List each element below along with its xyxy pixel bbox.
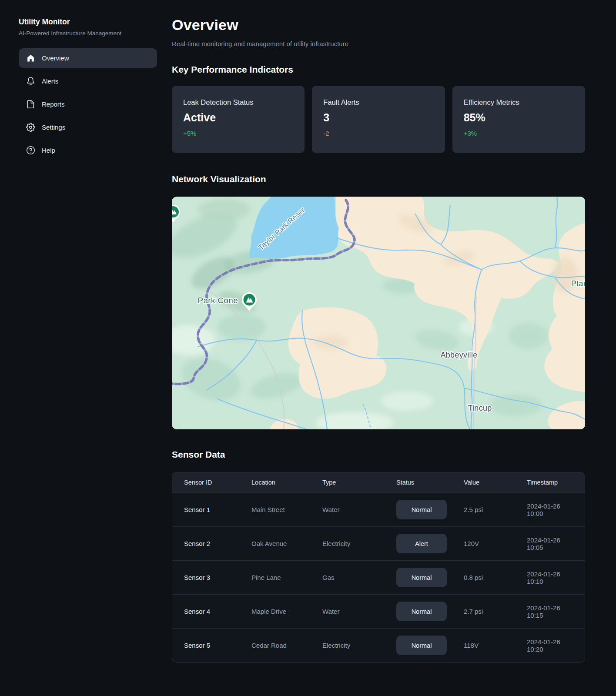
sidebar-item-overview[interactable]: Overview bbox=[19, 48, 157, 68]
home-icon bbox=[26, 54, 35, 63]
cell-location: Main Street bbox=[251, 506, 322, 513]
cell-value: 118V bbox=[464, 642, 527, 649]
bell-icon bbox=[26, 77, 35, 86]
cell-type: Electricity bbox=[322, 540, 396, 547]
column-header-value: Value bbox=[464, 479, 527, 486]
table-row: Sensor 4 Maple Drive Water Normal 2.7 ps… bbox=[172, 594, 585, 628]
cell-type: Electricity bbox=[322, 642, 396, 649]
table-section-title: Sensor Data bbox=[172, 449, 585, 460]
kpi-label: Leak Detection Status bbox=[183, 98, 293, 107]
app-title: Utility Monitor bbox=[19, 17, 157, 27]
status-badge: Alert bbox=[396, 534, 447, 553]
cell-timestamp: 2024-01-26 10:20 bbox=[527, 638, 573, 653]
kpi-value: 3 bbox=[323, 111, 433, 124]
document-icon bbox=[26, 100, 35, 109]
column-header-status: Status bbox=[396, 479, 464, 486]
sidebar-nav: Overview Alerts Reports Settings Help bbox=[19, 48, 157, 160]
sidebar-item-label: Settings bbox=[42, 124, 65, 131]
sidebar-item-label: Alerts bbox=[42, 77, 58, 85]
page-subtitle: Real-time monitoring and management of u… bbox=[172, 40, 585, 47]
page-title: Overview bbox=[172, 17, 585, 33]
kpi-delta: +5% bbox=[183, 130, 293, 137]
cell-type: Gas bbox=[322, 574, 396, 581]
cell-value: 120V bbox=[464, 540, 527, 547]
app-brand: Utility Monitor AI-Powered Infrastructur… bbox=[19, 17, 157, 37]
gear-icon bbox=[26, 123, 35, 132]
cell-sensor-id: Sensor 3 bbox=[184, 574, 251, 581]
map-label-abbeyville: Abbeyville bbox=[440, 351, 477, 359]
cell-sensor-id: Sensor 4 bbox=[184, 608, 251, 615]
kpi-delta: -2 bbox=[323, 130, 433, 137]
cell-sensor-id: Sensor 5 bbox=[184, 642, 251, 649]
network-map[interactable]: Taylor Park Reser Park Cone Abbeyville T… bbox=[172, 197, 585, 429]
cell-type: Water bbox=[322, 506, 396, 513]
cell-timestamp: 2024-01-26 10:15 bbox=[527, 604, 573, 619]
column-header-location: Location bbox=[251, 479, 322, 486]
column-header-type: Type bbox=[322, 479, 396, 486]
map-label-tincup: Tincup bbox=[468, 404, 492, 412]
cell-value: 0.8 psi bbox=[464, 574, 527, 581]
table-row: Sensor 1 Main Street Water Normal 2.5 ps… bbox=[172, 492, 585, 526]
sidebar-item-settings[interactable]: Settings bbox=[19, 117, 157, 137]
kpi-card-efficiency: Efficiency Metrics 85% +3% bbox=[452, 86, 585, 153]
map-section-title: Network Visualization bbox=[172, 174, 585, 184]
sidebar: Utility Monitor AI-Powered Infrastructur… bbox=[0, 0, 172, 696]
app-subtitle: AI-Powered Infrastructure Management bbox=[19, 30, 157, 37]
cell-location: Cedar Road bbox=[251, 642, 322, 649]
cell-timestamp: 2024-01-26 10:05 bbox=[527, 536, 573, 551]
kpi-value: 85% bbox=[464, 111, 574, 124]
sensor-table: Sensor ID Location Type Status Value Tim… bbox=[172, 472, 585, 663]
cell-location: Oak Avenue bbox=[251, 540, 322, 547]
kpi-cards: Leak Detection Status Active +5% Fault A… bbox=[172, 86, 585, 153]
status-badge: Normal bbox=[396, 568, 447, 587]
kpi-label: Fault Alerts bbox=[323, 98, 433, 107]
main-content: Overview Real-time monitoring and manage… bbox=[172, 0, 585, 696]
status-badge: Normal bbox=[396, 602, 447, 621]
status-badge: Normal bbox=[396, 636, 447, 655]
cell-value: 2.7 psi bbox=[464, 608, 527, 615]
kpi-delta: +3% bbox=[464, 130, 574, 137]
cell-location: Pine Lane bbox=[251, 574, 322, 581]
cell-timestamp: 2024-01-26 10:10 bbox=[527, 570, 573, 585]
map-label-ptarmigan-clipped: Ptar bbox=[571, 279, 585, 288]
sidebar-item-label: Help bbox=[42, 147, 55, 154]
kpi-label: Efficiency Metrics bbox=[464, 98, 574, 107]
cell-timestamp: 2024-01-26 10:00 bbox=[527, 502, 573, 517]
sidebar-item-reports[interactable]: Reports bbox=[19, 94, 157, 114]
kpi-card-fault-alerts: Fault Alerts 3 -2 bbox=[312, 86, 445, 153]
cell-location: Maple Drive bbox=[251, 608, 322, 615]
kpi-value: Active bbox=[183, 111, 293, 124]
column-header-sensor-id: Sensor ID bbox=[184, 479, 251, 486]
sidebar-item-label: Overview bbox=[42, 54, 69, 62]
table-row: Sensor 3 Pine Lane Gas Normal 0.8 psi 20… bbox=[172, 560, 585, 594]
cell-sensor-id: Sensor 1 bbox=[184, 506, 251, 513]
column-header-timestamp: Timestamp bbox=[527, 479, 573, 486]
kpi-section-title: Key Performance Indicators bbox=[172, 64, 585, 75]
help-circle-icon bbox=[26, 146, 35, 155]
cell-sensor-id: Sensor 2 bbox=[184, 540, 251, 547]
map-label-park-cone: Park Cone bbox=[198, 296, 238, 305]
table-row: Sensor 2 Oak Avenue Electricity Alert 12… bbox=[172, 526, 585, 560]
table-header-row: Sensor ID Location Type Status Value Tim… bbox=[172, 472, 585, 492]
status-badge: Normal bbox=[396, 500, 447, 519]
map-canvas: Taylor Park Reser Park Cone Abbeyville T… bbox=[172, 197, 585, 429]
table-row: Sensor 5 Cedar Road Electricity Normal 1… bbox=[172, 628, 585, 662]
cell-value: 2.5 psi bbox=[464, 506, 527, 513]
kpi-card-leak-detection: Leak Detection Status Active +5% bbox=[172, 86, 305, 153]
cell-type: Water bbox=[322, 608, 396, 615]
sidebar-item-alerts[interactable]: Alerts bbox=[19, 71, 157, 91]
sidebar-item-label: Reports bbox=[42, 100, 65, 108]
sidebar-item-help[interactable]: Help bbox=[19, 141, 157, 160]
